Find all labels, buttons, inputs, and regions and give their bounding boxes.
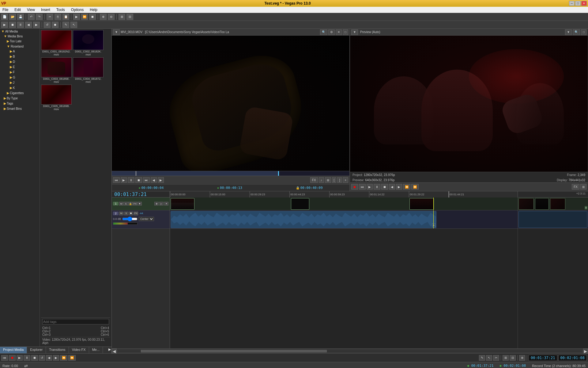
paste-button[interactable]: 📋 bbox=[62, 14, 69, 20]
program-fx-button[interactable]: FX bbox=[572, 184, 579, 190]
thumbnail-item[interactable]: D001_C002_08182K.mov bbox=[73, 30, 104, 56]
render2-button[interactable]: ⏩ bbox=[81, 14, 88, 20]
tree-f[interactable]: ▶ F bbox=[0, 70, 40, 75]
transport-prev-event[interactable]: ⏪ bbox=[60, 355, 67, 361]
tab-arrow-right[interactable]: ▶ bbox=[108, 347, 111, 353]
program-prev-event-button[interactable]: ⏪ bbox=[403, 184, 410, 190]
track-solo-button[interactable]: S bbox=[124, 202, 128, 205]
new-button[interactable]: 📄 bbox=[1, 14, 8, 20]
audio-fx-button[interactable]: FX bbox=[134, 212, 138, 215]
scroll-left-button[interactable]: ◀ bbox=[112, 349, 117, 354]
source-next-frame-button[interactable]: ▶ bbox=[158, 177, 164, 183]
render-button[interactable]: ▶ bbox=[73, 14, 80, 20]
close-button[interactable]: ✕ bbox=[581, 1, 587, 6]
video-clip-1[interactable] bbox=[171, 198, 194, 210]
program-next-frame-button[interactable]: ▶ bbox=[396, 184, 402, 190]
source-zoom-fit-button[interactable]: ⊞ bbox=[325, 177, 331, 183]
video-clip-2[interactable] bbox=[291, 198, 309, 210]
redo-button[interactable]: ↷ bbox=[36, 14, 43, 20]
undo-button[interactable]: ↶ bbox=[28, 14, 35, 20]
tree-g[interactable]: ▶ G bbox=[0, 75, 40, 80]
out-time-transport[interactable]: 00:02:01:08 bbox=[558, 355, 587, 361]
tree-cigarettes[interactable]: ▶ Cigarettes bbox=[0, 90, 40, 96]
tab-project-media[interactable]: Project Media bbox=[0, 347, 27, 353]
edit-tool-button[interactable]: ✎ bbox=[62, 22, 69, 28]
tab-transitions[interactable]: Transitions bbox=[46, 347, 69, 353]
source-go-in-button[interactable]: ⏮ bbox=[113, 177, 120, 183]
audio-arm-button[interactable]: ⏺ bbox=[129, 212, 133, 215]
minimize-button[interactable]: ─ bbox=[569, 1, 575, 6]
next-frame-button[interactable]: ▶ bbox=[33, 22, 40, 28]
source-insert-button[interactable]: + bbox=[343, 177, 348, 183]
transport-go-start[interactable]: ⏮ bbox=[1, 355, 8, 361]
transport-stop[interactable]: ⏹ bbox=[31, 355, 38, 361]
tree-smart-bins[interactable]: ▶ Smart Bins bbox=[0, 106, 40, 111]
ripple-toggle[interactable]: ⊟ bbox=[510, 355, 516, 361]
source-expand-button[interactable]: □ bbox=[343, 29, 348, 35]
open-button[interactable]: 📂 bbox=[9, 14, 16, 20]
snap-toggle[interactable]: ⊞ bbox=[503, 355, 509, 361]
play-button[interactable]: ▶ bbox=[1, 22, 8, 28]
track-motion-button[interactable]: ▷ bbox=[159, 202, 164, 205]
source-audio-button[interactable]: ♪ bbox=[319, 177, 324, 183]
timeline-hscroll[interactable]: ◀ ▶ bbox=[112, 348, 588, 353]
prev-frame-button[interactable]: ◀ bbox=[25, 22, 32, 28]
audio-mute-button[interactable]: M bbox=[119, 212, 123, 215]
video-clip-ext-1[interactable] bbox=[518, 198, 534, 210]
menu-tools[interactable]: Tools bbox=[55, 7, 66, 13]
hscroll-thumb[interactable] bbox=[141, 350, 327, 352]
audio-clip-1[interactable]: // Generated waveform - static represent… bbox=[171, 211, 436, 228]
menu-view[interactable]: View bbox=[26, 7, 36, 13]
program-record-button[interactable]: ⏺ bbox=[351, 184, 358, 190]
program-pause-button[interactable]: ⏸ bbox=[374, 184, 380, 190]
menu-file[interactable]: File bbox=[1, 7, 9, 13]
tree-too-late[interactable]: ▶ Too Late bbox=[0, 39, 40, 44]
video-clip-3[interactable] bbox=[409, 198, 434, 210]
video-clip-ext-3[interactable] bbox=[550, 198, 565, 210]
tree-tags[interactable]: ▶ Tags bbox=[0, 101, 40, 106]
program-prev-frame-button[interactable]: ◀ bbox=[389, 184, 395, 190]
track-lock-button[interactable]: 🔒 bbox=[128, 202, 133, 205]
tree-all-media[interactable]: ▼ All Media bbox=[0, 29, 40, 34]
more-tools[interactable]: ⊕ bbox=[519, 355, 525, 361]
track-expand-button[interactable]: ▼ bbox=[138, 202, 142, 205]
tags-input[interactable] bbox=[42, 319, 109, 324]
tree-media-bins[interactable]: ▼ Media Bins bbox=[0, 34, 40, 39]
tree-k[interactable]: ▶ K bbox=[0, 85, 40, 90]
program-go-in-button[interactable]: ⏮ bbox=[359, 184, 366, 190]
transport-next-frame[interactable]: ▶ bbox=[53, 355, 59, 361]
transport-play[interactable]: ▶ bbox=[17, 355, 23, 361]
tab-video-fx[interactable]: Video FX bbox=[69, 347, 89, 353]
program-next-event-button[interactable]: ⏩ bbox=[411, 184, 419, 190]
thumbnail-item[interactable]: D001_C003_08185E.mov bbox=[41, 57, 72, 83]
copy-button[interactable]: ⎘ bbox=[55, 14, 61, 20]
transport-loop[interactable]: ↺ bbox=[39, 355, 45, 361]
edit-mode-button[interactable]: ✎ bbox=[479, 355, 485, 361]
track-fx-button[interactable]: FX bbox=[133, 202, 137, 205]
program-stop-button[interactable]: ⏹ bbox=[381, 184, 388, 190]
tree-a[interactable]: ▶ A bbox=[0, 49, 40, 54]
source-prev-frame-button[interactable]: ◀ bbox=[151, 177, 157, 183]
tree-by-type[interactable]: ▶ By Type bbox=[0, 96, 40, 101]
source-zoom-button[interactable]: 🔍 bbox=[320, 29, 327, 35]
source-play-button[interactable]: ▶ bbox=[121, 177, 127, 183]
source-pause-button[interactable]: ⏸ bbox=[128, 177, 134, 183]
track-pan-button[interactable]: ✕ bbox=[164, 202, 168, 205]
tab-me[interactable]: Me... bbox=[89, 347, 103, 353]
current-time-transport[interactable]: 00:01:37:21 bbox=[529, 355, 557, 361]
audio-clip-ext[interactable] bbox=[518, 211, 587, 228]
snap-button[interactable]: ⊞ bbox=[119, 14, 125, 20]
thumbnail-item[interactable]: D001_C004_08187Z.mov bbox=[73, 57, 104, 83]
stop-button[interactable]: ⏹ bbox=[9, 22, 16, 28]
transport-prev-frame[interactable]: ◀ bbox=[46, 355, 52, 361]
thumbnail-item[interactable]: D001_C001_08182N2.mov bbox=[41, 30, 72, 56]
hscroll-track[interactable] bbox=[117, 350, 582, 353]
program-settings-button[interactable]: ▼ bbox=[565, 29, 572, 35]
save-button[interactable]: 💾 bbox=[17, 14, 24, 20]
maximize-button[interactable]: □ bbox=[575, 1, 581, 6]
menu-insert[interactable]: Insert bbox=[40, 7, 51, 13]
transport-record[interactable]: ⏺ bbox=[9, 355, 16, 361]
audio-volume-slider[interactable] bbox=[122, 218, 138, 220]
zoom-in-button[interactable]: ⊕ bbox=[100, 14, 107, 20]
zoom-out-button[interactable]: ⊖ bbox=[108, 14, 115, 20]
